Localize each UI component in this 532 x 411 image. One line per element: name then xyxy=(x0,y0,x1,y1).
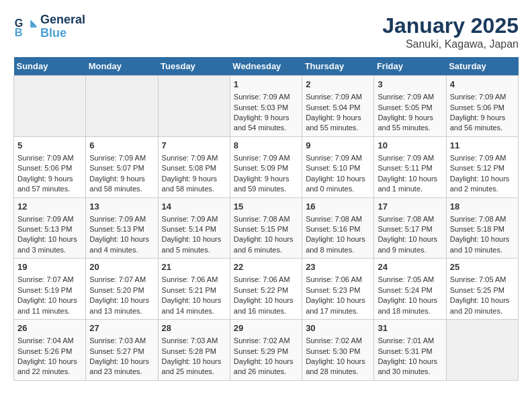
calendar-cell: 23Sunrise: 7:06 AMSunset: 5:23 PMDayligh… xyxy=(302,259,374,320)
day-content: Sunrise: 7:08 AM xyxy=(234,214,298,224)
day-number: 5 xyxy=(17,140,82,152)
calendar-cell: 5Sunrise: 7:09 AMSunset: 5:06 PMDaylight… xyxy=(14,136,86,197)
day-content: Daylight: 9 hours xyxy=(89,174,154,184)
day-content: Daylight: 10 hours xyxy=(162,357,226,367)
day-content: Sunset: 5:23 PM xyxy=(306,285,370,295)
day-content: Daylight: 10 hours xyxy=(378,174,442,184)
day-number: 17 xyxy=(378,201,442,213)
day-content: Sunrise: 7:07 AM xyxy=(17,275,82,285)
day-number: 6 xyxy=(89,140,154,152)
calendar-cell: 13Sunrise: 7:09 AMSunset: 5:13 PMDayligh… xyxy=(86,197,158,259)
day-content: Daylight: 10 hours xyxy=(234,357,298,367)
day-content: and 25 minutes. xyxy=(162,367,226,377)
day-content: and 13 minutes. xyxy=(89,306,154,316)
day-content: Daylight: 9 hours xyxy=(450,113,515,123)
calendar-cell: 17Sunrise: 7:08 AMSunset: 5:17 PMDayligh… xyxy=(374,197,446,259)
day-content: Daylight: 9 hours xyxy=(306,113,370,123)
day-content: and 0 minutes. xyxy=(306,184,370,194)
day-content: and 3 minutes. xyxy=(17,245,82,255)
title-block: January 2025 Sanuki, Kagawa, Japan xyxy=(382,13,519,50)
day-number: 18 xyxy=(450,201,515,213)
day-content: and 9 minutes. xyxy=(378,245,442,255)
day-content: Sunrise: 7:09 AM xyxy=(378,92,442,102)
weekday-header: Monday xyxy=(86,57,158,76)
day-content: and 16 minutes. xyxy=(234,306,298,316)
day-number: 1 xyxy=(234,79,298,91)
day-content: Sunrise: 7:09 AM xyxy=(17,214,82,224)
day-content: Sunrise: 7:09 AM xyxy=(162,214,226,224)
day-number: 4 xyxy=(450,79,515,91)
day-content: Sunrise: 7:07 AM xyxy=(89,275,154,285)
day-content: Sunrise: 7:09 AM xyxy=(17,153,82,163)
day-content: Sunrise: 7:06 AM xyxy=(162,275,226,285)
page-header: G B General Blue January 2025 Sanuki, Ka… xyxy=(13,13,519,50)
calendar-cell xyxy=(86,76,158,137)
weekday-header: Wednesday xyxy=(230,57,302,76)
day-number: 25 xyxy=(450,261,515,273)
day-content: Daylight: 10 hours xyxy=(162,295,226,306)
day-content: Daylight: 10 hours xyxy=(17,357,82,367)
day-number: 13 xyxy=(89,201,154,213)
day-content: Daylight: 10 hours xyxy=(89,295,154,306)
day-number: 27 xyxy=(89,322,154,334)
calendar-cell: 9Sunrise: 7:09 AMSunset: 5:10 PMDaylight… xyxy=(302,136,374,197)
calendar-cell: 11Sunrise: 7:09 AMSunset: 5:12 PMDayligh… xyxy=(446,136,518,197)
day-content: Sunset: 5:19 PM xyxy=(17,285,82,295)
day-number: 29 xyxy=(234,322,298,334)
day-content: Daylight: 10 hours xyxy=(89,357,154,367)
day-content: Sunset: 5:15 PM xyxy=(234,224,298,234)
day-content: Sunrise: 7:01 AM xyxy=(378,336,442,346)
day-content: Daylight: 10 hours xyxy=(306,174,370,184)
day-content: Daylight: 10 hours xyxy=(450,234,515,244)
day-content: Sunrise: 7:09 AM xyxy=(234,153,298,163)
day-content: and 57 minutes. xyxy=(17,184,82,194)
day-content: Sunset: 5:04 PM xyxy=(306,103,370,113)
day-content: Sunset: 5:08 PM xyxy=(162,163,226,173)
day-content: and 55 minutes. xyxy=(306,123,370,133)
day-content: Daylight: 10 hours xyxy=(378,295,442,306)
calendar-cell: 16Sunrise: 7:08 AMSunset: 5:16 PMDayligh… xyxy=(302,197,374,259)
weekday-header: Sunday xyxy=(14,57,86,76)
day-number: 26 xyxy=(17,322,82,334)
svg-marker-2 xyxy=(30,19,36,26)
calendar-cell: 26Sunrise: 7:04 AMSunset: 5:26 PMDayligh… xyxy=(14,320,86,381)
day-content: Sunset: 5:16 PM xyxy=(306,224,370,234)
day-number: 3 xyxy=(378,79,442,91)
day-number: 24 xyxy=(378,261,442,273)
day-number: 20 xyxy=(89,261,154,273)
day-number: 7 xyxy=(162,140,226,152)
day-content: Daylight: 9 hours xyxy=(234,174,298,184)
calendar-cell: 25Sunrise: 7:05 AMSunset: 5:25 PMDayligh… xyxy=(446,259,518,320)
calendar-cell xyxy=(158,76,230,137)
calendar-cell: 10Sunrise: 7:09 AMSunset: 5:11 PMDayligh… xyxy=(374,136,446,197)
calendar-cell: 1Sunrise: 7:09 AMSunset: 5:03 PMDaylight… xyxy=(230,76,302,137)
weekday-header-row: SundayMondayTuesdayWednesdayThursdayFrid… xyxy=(14,57,519,76)
day-content: and 20 minutes. xyxy=(450,306,515,316)
day-content: Daylight: 9 hours xyxy=(234,113,298,123)
day-content: Sunrise: 7:06 AM xyxy=(234,275,298,285)
calendar-cell: 8Sunrise: 7:09 AMSunset: 5:09 PMDaylight… xyxy=(230,136,302,197)
calendar-cell: 30Sunrise: 7:02 AMSunset: 5:30 PMDayligh… xyxy=(302,320,374,381)
day-content: and 58 minutes. xyxy=(162,184,226,194)
day-content: and 17 minutes. xyxy=(306,306,370,316)
calendar-cell: 15Sunrise: 7:08 AMSunset: 5:15 PMDayligh… xyxy=(230,197,302,259)
day-content: and 11 minutes. xyxy=(17,306,82,316)
day-content: Sunset: 5:03 PM xyxy=(234,103,298,113)
day-content: Daylight: 10 hours xyxy=(162,234,226,244)
calendar-cell xyxy=(14,76,86,137)
day-content: Sunset: 5:09 PM xyxy=(234,163,298,173)
day-content: Sunset: 5:28 PM xyxy=(162,347,226,357)
day-content: Sunset: 5:11 PM xyxy=(378,163,442,173)
day-content: and 10 minutes. xyxy=(450,245,515,255)
day-number: 30 xyxy=(306,322,370,334)
day-content: Sunset: 5:06 PM xyxy=(17,163,82,173)
svg-text:B: B xyxy=(15,26,23,38)
weekday-header: Thursday xyxy=(302,57,374,76)
svg-rect-3 xyxy=(30,26,36,28)
day-content: and 1 minute. xyxy=(378,184,442,194)
day-number: 31 xyxy=(378,322,442,334)
day-content: Daylight: 9 hours xyxy=(162,174,226,184)
day-content: and 26 minutes. xyxy=(234,367,298,377)
day-content: and 30 minutes. xyxy=(378,367,442,377)
day-content: Daylight: 10 hours xyxy=(378,357,442,367)
